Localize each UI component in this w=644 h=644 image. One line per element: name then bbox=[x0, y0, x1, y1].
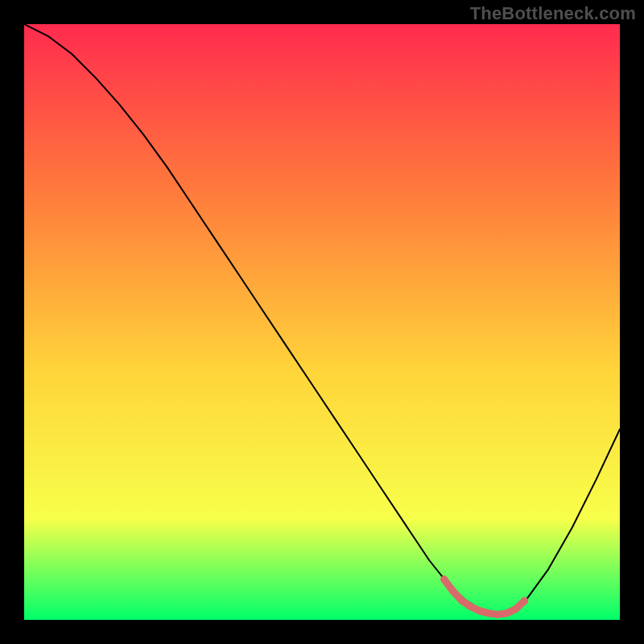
marker-dot bbox=[521, 597, 528, 605]
plot-area bbox=[24, 24, 620, 620]
chart-frame: TheBottleneck.com bbox=[0, 0, 644, 644]
watermark-text: TheBottleneck.com bbox=[470, 3, 636, 24]
bottleneck-chart bbox=[24, 24, 620, 620]
gradient-background bbox=[24, 24, 620, 620]
marker-dot bbox=[440, 576, 448, 583]
